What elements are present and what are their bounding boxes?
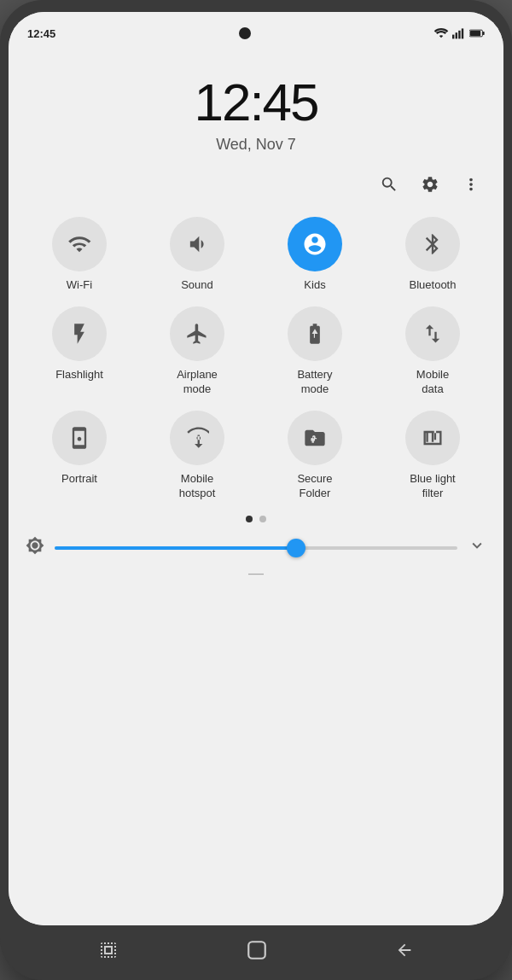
clock-area: 12:45 Wed, Nov 7	[9, 46, 503, 162]
tiles-row-1: Wi-Fi Sound Kids	[9, 203, 503, 293]
wifi-label: Wi-Fi	[67, 278, 92, 293]
tile-hotspot[interactable]: Mobile hotspot	[140, 411, 254, 501]
bluetooth-tile-icon	[421, 232, 445, 256]
screen: 12:45	[9, 12, 503, 925]
swipe-handle: —	[9, 564, 503, 587]
brightness-icon	[26, 536, 44, 559]
recents-button[interactable]	[98, 940, 119, 965]
battery-mode-label: Battery mode	[297, 368, 332, 397]
portrait-label: Portrait	[61, 472, 97, 487]
portrait-tile-icon	[67, 426, 91, 450]
clock-display: 12:45	[9, 72, 503, 132]
brightness-thumb[interactable]	[287, 539, 305, 557]
brightness-control	[9, 529, 503, 564]
svg-rect-3	[462, 28, 463, 38]
tile-blue-light[interactable]: Blue light filter	[375, 411, 490, 501]
secure-folder-icon-wrap	[288, 411, 342, 465]
status-time: 12:45	[27, 27, 55, 40]
tile-wifi[interactable]: Wi-Fi	[22, 217, 137, 293]
page-dot-2	[259, 516, 266, 522]
sound-icon-wrap	[170, 217, 224, 271]
kids-label: Kids	[304, 278, 325, 293]
svg-rect-6	[470, 31, 480, 36]
blue-light-icon-wrap	[405, 411, 460, 465]
flashlight-label: Flashlight	[55, 368, 103, 382]
mobile-data-tile-icon	[421, 322, 445, 346]
tile-flashlight[interactable]: Flashlight	[22, 306, 137, 397]
wifi-icon-wrap	[52, 217, 107, 271]
tile-sound[interactable]: Sound	[140, 217, 254, 293]
svg-rect-7	[248, 942, 265, 959]
hotspot-icon-wrap	[170, 411, 224, 465]
back-button[interactable]	[395, 941, 414, 965]
page-dot-1	[246, 516, 253, 522]
sound-tile-icon	[185, 232, 209, 256]
svg-rect-5	[483, 32, 485, 35]
tile-mobile-data[interactable]: Mobile data	[375, 306, 490, 397]
brightness-slider[interactable]	[55, 546, 457, 550]
flashlight-icon-wrap	[52, 306, 107, 361]
tile-bluetooth[interactable]: Bluetooth	[375, 217, 490, 293]
home-button[interactable]	[246, 939, 268, 966]
mobile-data-icon-wrap	[405, 306, 460, 361]
quick-settings-toolbar	[9, 162, 503, 203]
phone-frame: 12:45	[0, 0, 512, 980]
kids-icon-wrap	[288, 217, 342, 271]
tile-battery-mode[interactable]: Battery mode	[258, 306, 372, 397]
blue-light-label: Blue light filter	[410, 472, 455, 501]
tile-kids[interactable]: Kids	[258, 217, 372, 293]
more-options-button[interactable]	[459, 172, 483, 196]
portrait-icon-wrap	[52, 411, 107, 465]
tile-portrait[interactable]: Portrait	[22, 411, 137, 501]
secure-folder-tile-icon	[303, 426, 327, 450]
svg-rect-2	[458, 31, 460, 39]
blue-light-tile-icon	[421, 426, 445, 450]
screen-content: 12:45 Wed, Nov 7	[9, 46, 503, 925]
hotspot-label: Mobile hotspot	[179, 472, 216, 501]
status-icons	[433, 27, 485, 39]
svg-rect-0	[452, 35, 454, 39]
hotspot-tile-icon	[185, 426, 209, 450]
airplane-label: Airplane mode	[177, 368, 218, 397]
wifi-status-icon	[433, 27, 449, 39]
airplane-tile-icon	[185, 322, 209, 346]
flashlight-tile-icon	[67, 322, 91, 346]
battery-mode-icon-wrap	[288, 306, 342, 361]
tiles-row-2: Flashlight Airplane mode Battery mode	[9, 293, 503, 397]
brightness-fill	[55, 546, 296, 550]
wifi-tile-icon	[67, 232, 91, 256]
camera-notch	[239, 27, 251, 39]
search-button[interactable]	[377, 172, 401, 196]
battery-icon	[469, 28, 485, 38]
sound-label: Sound	[181, 278, 213, 293]
page-indicator	[9, 500, 503, 529]
airplane-icon-wrap	[170, 306, 224, 361]
svg-rect-1	[456, 32, 457, 38]
date-display: Wed, Nov 7	[9, 136, 503, 154]
kids-tile-icon	[302, 231, 328, 257]
bluetooth-label: Bluetooth	[410, 278, 457, 293]
settings-button[interactable]	[418, 172, 442, 196]
status-bar: 12:45	[9, 12, 503, 46]
tiles-row-3: Portrait Mobile hotspot Secure Folder	[9, 397, 503, 501]
secure-folder-label: Secure Folder	[297, 472, 332, 501]
mobile-data-label: Mobile data	[416, 368, 449, 397]
signal-icon	[452, 27, 466, 39]
navigation-bar	[0, 925, 512, 980]
bluetooth-icon-wrap	[405, 217, 460, 271]
brightness-expand-button[interactable]	[468, 536, 486, 559]
tile-airplane[interactable]: Airplane mode	[140, 306, 254, 397]
tile-secure-folder[interactable]: Secure Folder	[258, 411, 372, 501]
battery-mode-tile-icon	[303, 322, 327, 346]
